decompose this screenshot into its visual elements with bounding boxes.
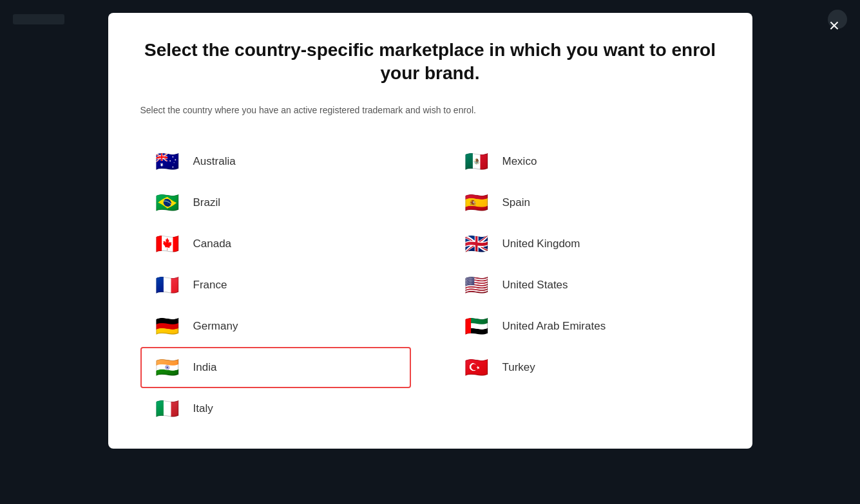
flag-mx: 🇲🇽 [461,151,492,172]
country-name-ae: United Arab Emirates [502,320,606,333]
country-name-mx: Mexico [502,155,537,168]
flag-ca: 🇨🇦 [152,234,183,254]
country-name-us: United States [502,279,568,292]
country-name-au: Australia [193,155,236,168]
country-item-us[interactable]: 🇺🇸United States [450,265,720,306]
country-item-in[interactable]: 🇮🇳India [140,347,411,388]
flag-in: 🇮🇳 [152,357,183,378]
country-name-tr: Turkey [502,361,535,374]
country-item-au[interactable]: 🇦🇺Australia [140,141,411,182]
country-item-mx[interactable]: 🇲🇽Mexico [450,141,720,182]
flag-au: 🇦🇺 [152,151,183,172]
modal-dialog: Select the country-specific marketplace … [108,13,752,449]
country-item-tr[interactable]: 🇹🇷Turkey [450,347,720,388]
country-grid: 🇦🇺Australia🇧🇷Brazil🇨🇦Canada🇫🇷France🇩🇪Ger… [140,141,720,429]
country-item-fr[interactable]: 🇫🇷France [140,265,411,306]
flag-us: 🇺🇸 [461,275,492,295]
country-item-ae[interactable]: 🇦🇪United Arab Emirates [450,306,720,347]
flag-br: 🇧🇷 [152,192,183,213]
country-item-ca[interactable]: 🇨🇦Canada [140,223,411,265]
flag-ae: 🇦🇪 [461,316,492,337]
flag-tr: 🇹🇷 [461,357,492,378]
flag-gb: 🇬🇧 [461,234,492,254]
country-name-ca: Canada [193,238,232,250]
close-button[interactable]: × [821,13,847,39]
country-name-it: Italy [193,402,213,415]
country-item-it[interactable]: 🇮🇹Italy [140,388,411,429]
country-item-de[interactable]: 🇩🇪Germany [140,306,411,347]
country-column-left: 🇦🇺Australia🇧🇷Brazil🇨🇦Canada🇫🇷France🇩🇪Ger… [140,141,411,429]
country-name-gb: United Kingdom [502,238,580,250]
country-item-es[interactable]: 🇪🇸Spain [450,182,720,223]
country-name-in: India [193,361,217,374]
flag-es: 🇪🇸 [461,192,492,213]
country-name-de: Germany [193,320,238,333]
modal-body[interactable]: Select the country-specific marketplace … [108,13,752,449]
country-column-right: 🇲🇽Mexico🇪🇸Spain🇬🇧United Kingdom🇺🇸United … [450,141,720,429]
modal-title: Select the country-specific marketplace … [140,39,720,86]
country-name-br: Brazil [193,196,221,209]
country-name-fr: France [193,279,227,292]
modal-overlay: × Select the country-specific marketplac… [0,0,860,504]
country-name-es: Spain [502,196,530,209]
flag-it: 🇮🇹 [152,398,183,419]
country-item-br[interactable]: 🇧🇷Brazil [140,182,411,223]
flag-de: 🇩🇪 [152,316,183,337]
modal-subtitle: Select the country where you have an act… [140,105,720,115]
flag-fr: 🇫🇷 [152,275,183,295]
country-item-gb[interactable]: 🇬🇧United Kingdom [450,223,720,265]
